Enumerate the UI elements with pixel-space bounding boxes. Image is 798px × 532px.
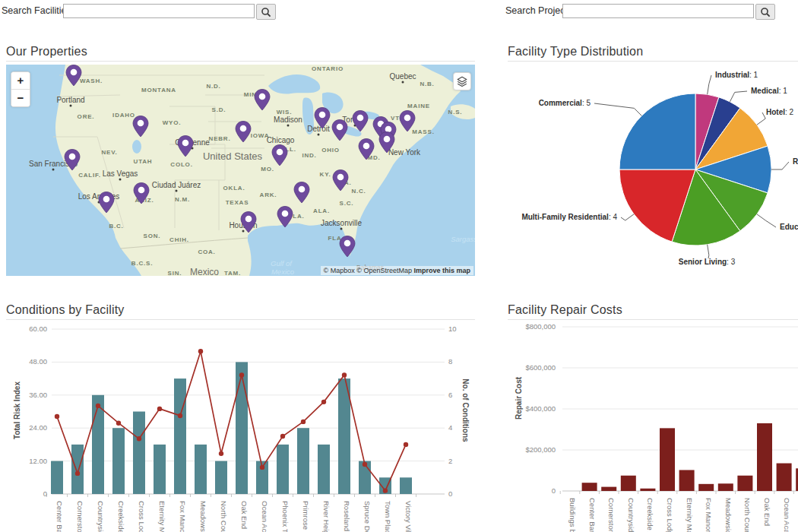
condition-bar[interactable] (318, 445, 330, 494)
right-axis-tick: 0 (448, 489, 452, 498)
condition-bar[interactable] (133, 412, 145, 495)
y-axis-tick: $200,000 (525, 445, 556, 454)
left-axis-tick: 48.00 (29, 357, 47, 366)
repair-bar[interactable] (640, 489, 655, 491)
repair-bar[interactable] (660, 428, 675, 491)
x-axis-label: Countryside (627, 498, 635, 532)
risk-index-point[interactable] (219, 451, 223, 456)
repair-bar[interactable] (757, 423, 772, 491)
right-axis-tick: 2 (448, 457, 452, 465)
condition-bar[interactable] (236, 362, 248, 494)
pie-label: Industrial: 1 (715, 71, 758, 79)
risk-index-point[interactable] (342, 372, 347, 377)
repair-bar[interactable] (737, 476, 752, 491)
map-pin[interactable] (276, 205, 294, 231)
x-axis-label: Cross Lodge (138, 501, 146, 532)
x-axis-label: Countryside (97, 501, 105, 532)
repair-y-axis-title: Repair Cost (515, 377, 523, 420)
x-axis-label: Oak End (763, 498, 771, 526)
repair-bar[interactable] (679, 470, 695, 491)
map-pin[interactable] (63, 148, 81, 174)
repair-bar[interactable] (621, 476, 636, 491)
map-pin[interactable] (234, 120, 252, 146)
map-pin[interactable] (357, 138, 375, 163)
risk-index-point[interactable] (404, 442, 408, 447)
facility-search-input[interactable] (63, 4, 255, 18)
attrib-osm-link[interactable]: © OpenStreetMap (356, 267, 412, 274)
repair-bar[interactable] (601, 487, 616, 491)
facility-search-label: Search Facilities (2, 3, 71, 19)
map-pin[interactable] (131, 115, 150, 141)
map-pin[interactable] (338, 235, 356, 261)
map-pin[interactable] (331, 169, 350, 195)
risk-index-point[interactable] (363, 462, 367, 467)
risk-index-point[interactable] (75, 471, 80, 476)
properties-title: Our Properties (6, 45, 87, 59)
map-pin[interactable] (293, 181, 311, 207)
condition-bar[interactable] (154, 445, 166, 494)
condition-bar[interactable] (297, 428, 309, 494)
pie-label: Medical: 1 (751, 87, 787, 95)
repair-bar[interactable] (698, 484, 714, 491)
risk-index-point[interactable] (116, 420, 121, 425)
map-pin[interactable] (313, 106, 331, 132)
map-pin[interactable] (253, 88, 271, 114)
risk-index-point[interactable] (137, 436, 141, 441)
conditions-left-axis-title: Total Risk Index (13, 382, 21, 439)
pie-slice-commercial[interactable] (619, 93, 695, 169)
risk-index-point[interactable] (198, 349, 203, 353)
left-axis-tick: 12.00 (29, 457, 47, 465)
city-dot (52, 169, 55, 171)
map-layers-button[interactable] (453, 72, 471, 90)
map-pin[interactable] (331, 119, 349, 144)
repair-title: Facility Repair Costs (508, 303, 622, 317)
condition-bar[interactable] (174, 378, 186, 494)
map-zoom-controls: + − (11, 71, 30, 107)
x-axis-label: Creekside A (646, 498, 654, 532)
map-pin[interactable] (239, 211, 258, 236)
pie-label: Senior Living: 3 (679, 258, 736, 266)
map-pin[interactable] (97, 191, 116, 217)
attrib-improve-link[interactable]: Improve this map (413, 267, 470, 274)
y-axis-tick: 0 (552, 486, 556, 495)
divider (6, 319, 475, 320)
condition-bar[interactable] (277, 445, 289, 494)
risk-index-point[interactable] (260, 465, 264, 470)
risk-index-point[interactable] (321, 400, 326, 404)
risk-index-point[interactable] (178, 413, 182, 418)
condition-bar[interactable] (112, 428, 125, 494)
project-search-button[interactable] (755, 4, 775, 20)
map-pin[interactable] (65, 65, 83, 90)
risk-index-point[interactable] (96, 404, 100, 408)
repair-bar[interactable] (777, 464, 792, 491)
risk-index-point[interactable] (239, 372, 244, 377)
properties-map[interactable]: ONTARIOWASH.MONTANAN.D.S.D.MINN.ORE.IDAH… (6, 65, 475, 276)
risk-index-point[interactable] (280, 434, 285, 439)
map-pin[interactable] (176, 135, 195, 160)
repair-bar[interactable] (582, 483, 597, 491)
map-pin[interactable] (398, 109, 416, 135)
risk-index-point[interactable] (301, 420, 306, 424)
condition-bar[interactable] (51, 461, 63, 494)
risk-index-point[interactable] (157, 407, 162, 411)
x-axis-label: Eternity Man (158, 501, 166, 532)
facility-search-button[interactable] (256, 4, 276, 20)
map-pin[interactable] (351, 109, 369, 135)
divider (508, 61, 798, 62)
conditions-chart: 60.001048.00836.00624.00412.00200Center … (6, 323, 475, 532)
project-search-input[interactable] (562, 4, 754, 18)
map-pin[interactable] (132, 182, 150, 207)
risk-index-point[interactable] (383, 488, 388, 492)
condition-bar[interactable] (400, 477, 412, 494)
zoom-out-button[interactable]: − (11, 90, 30, 106)
condition-bar[interactable] (71, 445, 84, 494)
map-pin[interactable] (378, 131, 396, 157)
condition-bar[interactable] (215, 461, 227, 494)
x-axis-label: Ocean Acad (783, 498, 791, 532)
risk-index-point[interactable] (55, 414, 59, 419)
zoom-in-button[interactable]: + (11, 72, 30, 89)
attrib-mapbox-link[interactable]: © Mapbox (324, 267, 355, 274)
condition-bar[interactable] (195, 445, 207, 494)
repair-bar[interactable] (718, 483, 733, 491)
map-pin[interactable] (271, 144, 289, 169)
